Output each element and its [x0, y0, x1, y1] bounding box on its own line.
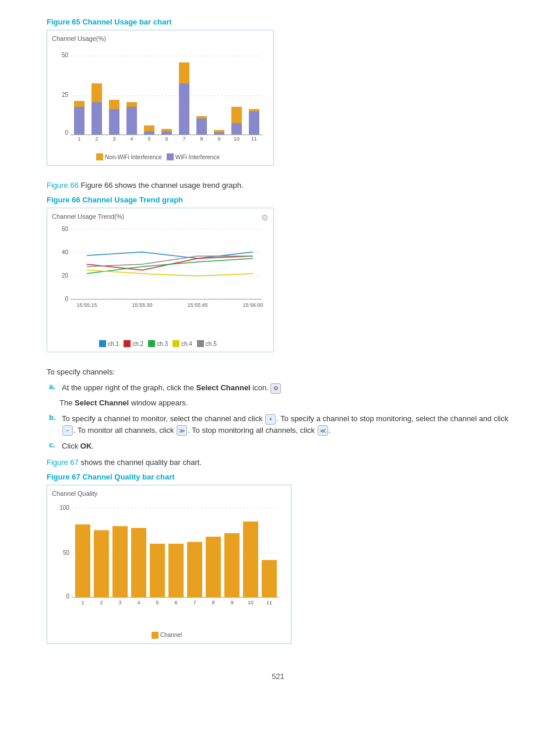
svg-rect-14 — [144, 131, 154, 135]
item-c-content: Click OK. — [62, 440, 509, 452]
svg-rect-17 — [161, 129, 172, 131]
gear-icon[interactable]: ⚙ — [261, 213, 269, 222]
select-channel-bold-b: Select Channel — [75, 398, 129, 407]
figure66-svg: 60 40 20 0 15:55:15 15:55:30 15:55:45 15… — [52, 222, 268, 336]
prose-figure66-text: Figure 66 shows the channel usage trend … — [81, 181, 244, 190]
gear-inline-icon: ⚙ — [270, 383, 281, 394]
figure65-svg: 50 25 0 — [52, 44, 268, 149]
svg-text:4: 4 — [137, 600, 140, 606]
svg-rect-21 — [196, 116, 207, 118]
remove-btn[interactable]: − — [62, 425, 73, 436]
figure65-chart-label: Channel Usage(%) — [52, 35, 269, 42]
svg-rect-11 — [109, 100, 119, 109]
figure67-chart-box: Channel Quality 100 50 0 — [47, 485, 291, 644]
svg-text:50: 50 — [62, 52, 69, 58]
svg-text:6: 6 — [165, 136, 168, 142]
prose-figure67: Figure 67 shows the channel quality bar … — [47, 458, 509, 467]
ok-bold: OK — [80, 442, 92, 450]
svg-rect-9 — [92, 83, 102, 102]
svg-text:5: 5 — [147, 136, 150, 142]
svg-text:3: 3 — [118, 600, 121, 606]
svg-text:1: 1 — [78, 136, 80, 142]
legend-nonwifi-label: Non-WiFi Interference — [105, 154, 162, 160]
svg-rect-26 — [249, 111, 259, 135]
figure66-link[interactable]: Figure 66 — [47, 181, 79, 190]
legend-nonwifi: Non-WiFi Interference — [96, 153, 162, 160]
svg-text:10: 10 — [248, 600, 254, 606]
svg-text:11: 11 — [266, 600, 272, 606]
svg-rect-12 — [126, 107, 137, 135]
svg-text:15:55:30: 15:55:30 — [132, 302, 152, 308]
figure67-section: Figure 67 Channel Quality bar chart Chan… — [47, 473, 509, 654]
svg-rect-61 — [94, 530, 109, 597]
svg-text:9: 9 — [230, 600, 233, 606]
item-a-subtext: The Select Channel window appears. — [59, 397, 509, 409]
list-item-c: c. Click OK. — [47, 440, 509, 452]
svg-text:50: 50 — [63, 550, 70, 556]
svg-text:5: 5 — [156, 600, 159, 606]
svg-text:15:55:15: 15:55:15 — [76, 302, 97, 308]
figure66-chart-header: Channel Usage Trend(%) ⚙ — [52, 213, 269, 222]
figure67-legend-label: Channel — [160, 632, 182, 638]
svg-text:0: 0 — [66, 593, 69, 600]
figure67-title: Figure 67 Channel Quality bar chart — [47, 473, 509, 481]
prose-figure67-text: shows the channel quality bar chart. — [81, 458, 202, 467]
select-channel-bold-a: Select Channel — [196, 383, 251, 392]
page-number: 521 — [47, 672, 509, 681]
svg-text:8: 8 — [200, 136, 203, 142]
svg-text:40: 40 — [62, 249, 69, 256]
svg-rect-27 — [249, 109, 259, 111]
svg-text:11: 11 — [251, 136, 257, 142]
figure65-title: Figure 65 Channel Usage bar chart — [47, 18, 509, 26]
figure65-section: Figure 65 Channel Usage bar chart Channe… — [47, 18, 509, 176]
svg-rect-62 — [112, 526, 128, 597]
svg-text:2: 2 — [100, 600, 103, 606]
svg-rect-69 — [243, 522, 258, 597]
svg-rect-13 — [126, 102, 137, 107]
list-item-b: b. To specify a channel to monitor, sele… — [47, 413, 509, 436]
svg-text:2: 2 — [95, 136, 98, 142]
svg-rect-15 — [144, 125, 154, 131]
item-c-letter: c. — [49, 440, 62, 449]
figure67-chart-label: Channel Quality — [52, 490, 286, 497]
svg-rect-63 — [131, 528, 146, 597]
svg-text:7: 7 — [182, 136, 185, 142]
svg-text:1: 1 — [81, 600, 84, 606]
svg-text:10: 10 — [234, 136, 240, 142]
svg-rect-22 — [214, 132, 224, 135]
svg-rect-6 — [74, 107, 85, 135]
svg-rect-70 — [262, 560, 277, 597]
svg-text:25: 25 — [62, 92, 69, 98]
svg-text:20: 20 — [62, 272, 69, 279]
svg-text:15:55:45: 15:55:45 — [187, 302, 207, 308]
stop-all-btn[interactable]: ≪ — [318, 425, 328, 436]
svg-rect-20 — [196, 118, 207, 135]
list-item-a: a. At the upper right of the graph, clic… — [47, 382, 509, 394]
figure66-title: Figure 66 Channel Usage Trend graph — [47, 195, 509, 204]
legend-wifi: WiFi Interference — [167, 153, 220, 160]
svg-text:7: 7 — [193, 600, 196, 606]
svg-rect-64 — [150, 544, 165, 597]
figure65-legend: Non-WiFi Interference WiFi Interference — [52, 153, 269, 160]
figure67-link[interactable]: Figure 67 — [47, 458, 79, 467]
legend-wifi-label: WiFi Interference — [175, 154, 220, 160]
figure66-chart-label: Channel Usage Trend(%) — [52, 213, 124, 220]
svg-rect-24 — [231, 123, 242, 135]
svg-text:60: 60 — [62, 226, 69, 232]
svg-text:0: 0 — [65, 130, 68, 136]
figure66-chart-box: Channel Usage Trend(%) ⚙ 60 40 20 0 15:5… — [47, 208, 274, 352]
svg-rect-65 — [168, 544, 184, 597]
svg-rect-66 — [187, 542, 202, 597]
item-a-letter: a. — [49, 382, 62, 391]
item-a-content: At the upper right of the graph, click t… — [62, 382, 509, 394]
svg-rect-23 — [214, 130, 224, 132]
figure67-legend-swatch — [152, 632, 159, 639]
item-b-letter: b. — [49, 413, 62, 422]
figure67-legend: Channel — [52, 632, 286, 639]
svg-text:15:56:00: 15:56:00 — [242, 302, 263, 308]
monitor-all-btn[interactable]: ≫ — [177, 425, 187, 436]
svg-text:4: 4 — [130, 136, 133, 142]
legend-wifi-swatch — [167, 153, 174, 160]
svg-rect-10 — [109, 109, 119, 135]
add-btn[interactable]: + — [265, 414, 276, 425]
